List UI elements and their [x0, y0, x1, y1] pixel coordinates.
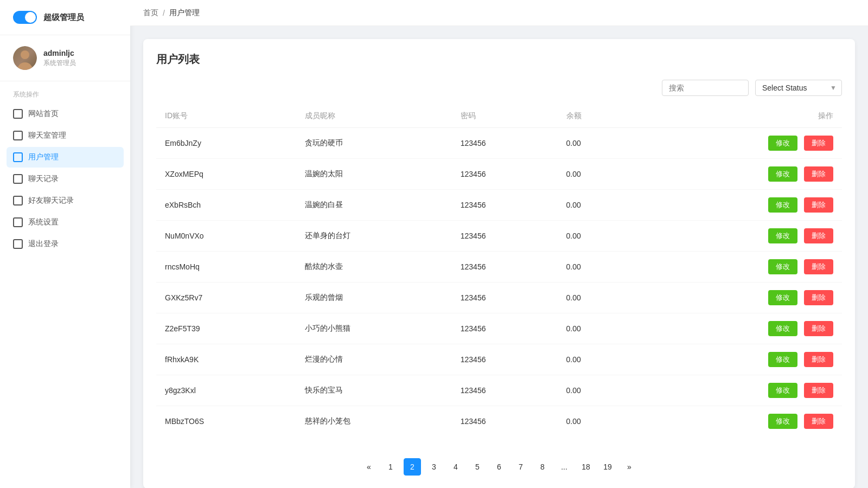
pagination-page-19[interactable]: 19: [599, 458, 616, 476]
cell-id: GXKz5Rv7: [156, 282, 296, 313]
edit-button[interactable]: 修改: [768, 383, 797, 398]
cell-password: 123456: [452, 221, 558, 252]
pagination-page-18[interactable]: 18: [577, 458, 595, 476]
pagination-page-6[interactable]: 6: [490, 458, 508, 476]
sidebar-item-label: 系统设置: [28, 217, 59, 227]
pagination-page-3[interactable]: 3: [425, 458, 443, 476]
cell-balance: 0.00: [558, 313, 638, 344]
cell-id: y8gz3Kxl: [156, 375, 296, 406]
edit-button[interactable]: 修改: [768, 321, 797, 336]
delete-button[interactable]: 删除: [804, 197, 833, 213]
cell-actions: 修改 删除: [638, 221, 842, 252]
sidebar-item-user-mgmt[interactable]: 用户管理: [7, 147, 124, 168]
sidebar-item-label: 聊天记录: [28, 174, 59, 184]
data-table: ID账号成员昵称密码余额操作 Em6bJnZy 贪玩的硬币 123456 0.0…: [156, 105, 842, 436]
table-row: MBbzTO6S 慈祥的小笼包 123456 0.00 修改 删除: [156, 406, 842, 437]
cell-actions: 修改 删除: [638, 313, 842, 344]
nav-icon-settings: [13, 217, 23, 227]
delete-button[interactable]: 删除: [804, 259, 833, 274]
cell-password: 123456: [452, 159, 558, 190]
breadcrumb-separator: /: [163, 9, 165, 17]
table-row: fRhxkA9K 烂漫的心情 123456 0.00 修改 删除: [156, 344, 842, 375]
edit-button[interactable]: 修改: [768, 259, 797, 274]
cell-password: 123456: [452, 344, 558, 375]
cell-balance: 0.00: [558, 282, 638, 313]
table-header: ID账号成员昵称密码余额操作: [156, 105, 842, 128]
cell-balance: 0.00: [558, 344, 638, 375]
sidebar-item-label: 退出登录: [28, 239, 59, 249]
cell-actions: 修改 删除: [638, 252, 842, 282]
toggle-switch[interactable]: [13, 11, 37, 24]
status-select[interactable]: Select Status 启用 禁用: [755, 80, 842, 96]
cell-nickname: 烂漫的心情: [296, 344, 452, 375]
cell-password: 123456: [452, 252, 558, 282]
cell-nickname: 酷炫的水壶: [296, 252, 452, 282]
delete-button[interactable]: 删除: [804, 321, 833, 336]
edit-button[interactable]: 修改: [768, 197, 797, 213]
sidebar-item-website[interactable]: 网站首页: [7, 104, 124, 124]
user-name: adminljc: [43, 49, 76, 57]
edit-button[interactable]: 修改: [768, 166, 797, 182]
delete-button[interactable]: 删除: [804, 136, 833, 151]
delete-button[interactable]: 删除: [804, 290, 833, 305]
delete-button[interactable]: 删除: [804, 166, 833, 182]
delete-button[interactable]: 删除: [804, 228, 833, 243]
pagination-next[interactable]: »: [621, 458, 638, 476]
nav-icon-chat-mgmt: [13, 131, 23, 140]
sidebar-item-label: 好友聊天记录: [28, 196, 74, 206]
nav-icon-friend-log: [13, 196, 23, 206]
delete-button[interactable]: 删除: [804, 414, 833, 429]
edit-button[interactable]: 修改: [768, 352, 797, 367]
avatar: [13, 46, 37, 70]
cell-password: 123456: [452, 375, 558, 406]
pagination-page-4[interactable]: 4: [447, 458, 464, 476]
cell-nickname: 乐观的曾烟: [296, 282, 452, 313]
user-info: adminljc 系统管理员: [43, 49, 76, 68]
cell-id: XZoxMEPq: [156, 159, 296, 190]
cell-actions: 修改 删除: [638, 128, 842, 159]
edit-button[interactable]: 修改: [768, 136, 797, 151]
sidebar-item-friend-log[interactable]: 好友聊天记录: [7, 190, 124, 211]
table-row: Em6bJnZy 贪玩的硬币 123456 0.00 修改 删除: [156, 128, 842, 159]
cell-balance: 0.00: [558, 221, 638, 252]
pagination-page-2[interactable]: 2: [404, 458, 421, 476]
cell-nickname: 贪玩的硬币: [296, 128, 452, 159]
pagination-page-1[interactable]: 1: [382, 458, 399, 476]
sidebar-item-chat-log[interactable]: 聊天记录: [7, 169, 124, 189]
search-input[interactable]: [662, 80, 749, 96]
cell-password: 123456: [452, 406, 558, 437]
nav-icon-website: [13, 109, 23, 119]
cell-id: MBbzTO6S: [156, 406, 296, 437]
breadcrumb-home[interactable]: 首页: [143, 8, 158, 18]
cell-nickname: 快乐的宝马: [296, 375, 452, 406]
cell-nickname: 小巧的小熊猫: [296, 313, 452, 344]
sidebar-title: 超级管理员: [43, 12, 84, 23]
sidebar-item-chat-mgmt[interactable]: 聊天室管理: [7, 125, 124, 146]
cell-nickname: 慈祥的小笼包: [296, 406, 452, 437]
table-body: Em6bJnZy 贪玩的硬币 123456 0.00 修改 删除 XZoxMEP…: [156, 128, 842, 437]
cell-balance: 0.00: [558, 375, 638, 406]
cell-balance: 0.00: [558, 252, 638, 282]
pagination-page-8[interactable]: 8: [534, 458, 551, 476]
delete-button[interactable]: 删除: [804, 352, 833, 367]
cell-balance: 0.00: [558, 406, 638, 437]
cell-balance: 0.00: [558, 190, 638, 221]
pagination-prev[interactable]: «: [360, 458, 378, 476]
delete-button[interactable]: 删除: [804, 383, 833, 398]
edit-button[interactable]: 修改: [768, 414, 797, 429]
pagination-page-7[interactable]: 7: [512, 458, 529, 476]
pagination-page-5[interactable]: 5: [469, 458, 486, 476]
edit-button[interactable]: 修改: [768, 228, 797, 243]
sidebar-item-settings[interactable]: 系统设置: [7, 212, 124, 233]
table-column-header: 成员昵称: [296, 105, 452, 128]
page-card: 用户列表 Select Status 启用 禁用 ▼ ID账号成员昵称密码余额: [143, 39, 855, 488]
sidebar: 超级管理员 adminljc 系统管理员 系统操作 网站首页 聊天室管理 用户管…: [0, 0, 130, 488]
edit-button[interactable]: 修改: [768, 290, 797, 305]
nav-icon-user-mgmt: [13, 152, 23, 162]
cell-password: 123456: [452, 128, 558, 159]
cell-id: fRhxkA9K: [156, 344, 296, 375]
sidebar-item-label: 网站首页: [28, 109, 59, 119]
table-row: y8gz3Kxl 快乐的宝马 123456 0.00 修改 删除: [156, 375, 842, 406]
nav-icon-chat-log: [13, 174, 23, 184]
sidebar-item-logout[interactable]: 退出登录: [7, 234, 124, 254]
